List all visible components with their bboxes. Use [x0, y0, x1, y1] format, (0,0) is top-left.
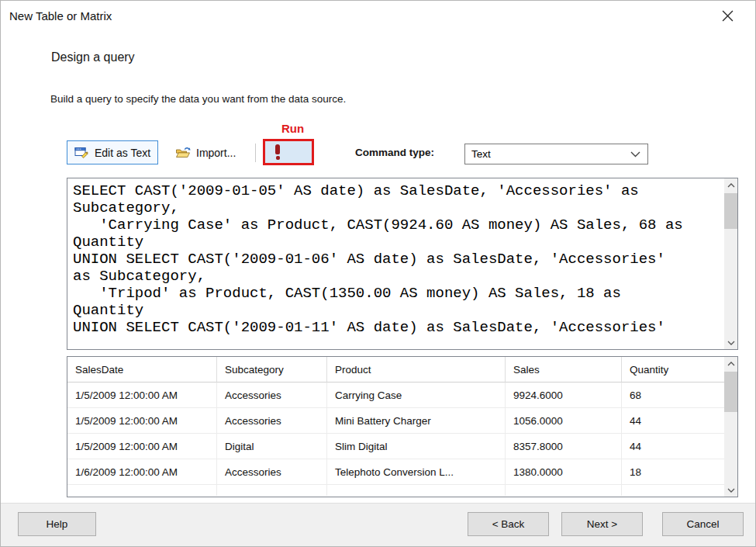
close-icon — [722, 10, 734, 25]
cell-salesdate: 1/5/2009 12:00:00 AM — [67, 408, 217, 434]
window-title: New Table or Matrix — [9, 9, 112, 23]
query-vertical-scrollbar[interactable] — [724, 178, 737, 349]
command-type-value: Text — [471, 148, 491, 160]
scroll-up-icon[interactable] — [724, 178, 737, 192]
scroll-down-icon[interactable] — [724, 336, 737, 349]
table-row: 1/5/2009 12:00:00 AM Digital Slim Digita… — [67, 434, 724, 459]
results-scrollbar-thumb[interactable] — [724, 372, 737, 412]
cell-product: Mini Battery Charger — [327, 408, 506, 434]
table-row: 1/6/2009 12:00:00 AM Accessories Telepho… — [67, 459, 724, 485]
query-results-grid: SalesDate Subcategory Product Sales Quan… — [67, 356, 738, 497]
page-subtitle: Build a query to specify the data you wa… — [50, 93, 346, 105]
cell-quantity: 44 — [622, 408, 724, 434]
scroll-up-icon[interactable] — [724, 357, 737, 370]
results-partial-row — [67, 485, 724, 496]
query-text-box[interactable]: SELECT CAST('2009-01-05' AS date) as Sal… — [67, 178, 738, 350]
results-vertical-scrollbar[interactable] — [724, 357, 737, 497]
cell-sales: 9924.6000 — [506, 383, 622, 408]
cell-salesdate: 1/5/2009 12:00:00 AM — [67, 383, 217, 408]
cell-product: Slim Digital — [327, 434, 506, 459]
cell-sales: 8357.8000 — [506, 434, 622, 459]
cell-product: Carrying Case — [327, 383, 506, 408]
cell-salesdate: 1/5/2009 12:00:00 AM — [67, 434, 217, 459]
cell-quantity: 18 — [622, 459, 724, 485]
cell-salesdate: 1/6/2009 12:00:00 AM — [67, 459, 217, 485]
command-type-select[interactable]: Text — [464, 144, 648, 164]
open-folder-icon — [175, 146, 192, 159]
cell-subcategory: Digital — [217, 434, 327, 459]
import-button[interactable]: Import... — [167, 140, 243, 164]
column-header: SalesDate — [67, 357, 217, 383]
help-button[interactable]: Help — [18, 512, 96, 536]
column-header: Subcategory — [217, 357, 327, 383]
run-button[interactable] — [263, 139, 314, 165]
run-exclamation-icon — [275, 144, 280, 160]
new-table-or-matrix-dialog: New Table or Matrix Design a query Build… — [0, 0, 756, 547]
cell-product: Telephoto Conversion L... — [327, 459, 506, 485]
cell-sales: 1056.0000 — [506, 408, 622, 434]
results-body: 1/5/2009 12:00:00 AM Accessories Carryin… — [67, 383, 724, 485]
footer-bar: Help < Back Next > Cancel — [1, 503, 755, 547]
close-button[interactable] — [710, 5, 744, 29]
edit-as-text-label: Edit as Text — [95, 147, 150, 159]
cell-subcategory: Accessories — [217, 408, 327, 434]
edit-as-text-button[interactable]: Edit as Text — [67, 140, 158, 164]
cell-quantity: 44 — [622, 434, 724, 459]
cancel-button[interactable]: Cancel — [662, 512, 744, 536]
query-scrollbar-thumb[interactable] — [724, 193, 737, 229]
scroll-down-icon[interactable] — [724, 483, 737, 497]
column-header: Product — [327, 357, 506, 383]
cell-subcategory: Accessories — [217, 383, 327, 408]
query-sql-text[interactable]: SELECT CAST('2009-01-05' AS date) as Sal… — [73, 182, 719, 346]
toolbar-separator — [255, 144, 256, 162]
edit-as-text-icon — [74, 146, 90, 159]
column-header: Quantity — [622, 357, 724, 383]
chevron-down-icon — [630, 151, 640, 158]
table-row: 1/5/2009 12:00:00 AM Accessories Carryin… — [67, 383, 724, 408]
cell-quantity: 68 — [622, 383, 724, 408]
cell-subcategory: Accessories — [217, 459, 327, 485]
import-label: Import... — [196, 147, 236, 159]
results-header-row: SalesDate Subcategory Product Sales Quan… — [67, 357, 724, 383]
column-header: Sales — [506, 357, 622, 383]
table-row: 1/5/2009 12:00:00 AM Accessories Mini Ba… — [67, 408, 724, 434]
command-type-label: Command type: — [355, 147, 434, 158]
next-button[interactable]: Next > — [561, 512, 643, 536]
page-title: Design a query — [51, 50, 135, 64]
back-button[interactable]: < Back — [468, 512, 549, 536]
run-annotation-label: Run — [281, 122, 304, 135]
cell-sales: 1380.0000 — [506, 459, 622, 485]
